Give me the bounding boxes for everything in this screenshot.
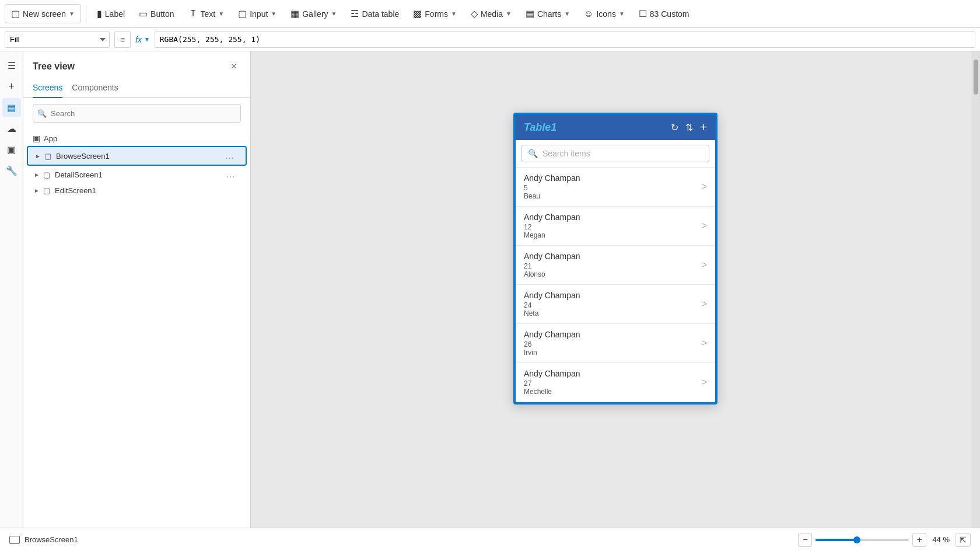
list-item-name: Andy Champan xyxy=(524,369,702,378)
screen-name-browse: BrowseScreen1 xyxy=(56,152,220,161)
formula-input[interactable] xyxy=(155,32,975,48)
list-item-name: Andy Champan xyxy=(524,252,702,261)
app-header-icons: ↻ ⇅ + xyxy=(671,121,707,134)
status-right: − + 44 % ⇱ xyxy=(798,533,971,547)
custom-button[interactable]: ☐ 83 Custom xyxy=(633,5,695,23)
property-selector[interactable]: Fill xyxy=(5,32,110,48)
list-item[interactable]: Andy Champan 26 Irvin > xyxy=(516,324,715,363)
label-icon: ▮ xyxy=(97,8,102,19)
zoom-out-button[interactable]: − xyxy=(798,533,812,547)
tree-content: ▣ App ► ▢ BrowseScreen1 … ► ▢ DetailScre… xyxy=(23,128,250,200)
search-icon: 🔍 xyxy=(37,109,47,118)
eq-button[interactable]: ≡ xyxy=(114,32,131,48)
tree-item-editscreen1[interactable]: ► ▢ EditScreen1 xyxy=(27,183,247,198)
zoom-slider-thumb xyxy=(853,536,860,543)
list-item-number: 12 xyxy=(524,223,702,231)
zoom-slider-fill xyxy=(816,539,856,541)
list-item[interactable]: Andy Champan 27 Mechelle > xyxy=(516,363,715,402)
layers-icon[interactable]: ▤ xyxy=(2,98,21,117)
new-screen-label: New screen xyxy=(23,9,66,19)
icons-button[interactable]: ☺ Icons ▼ xyxy=(578,5,631,23)
list-item-name: Andy Champan xyxy=(524,173,702,183)
button-icon: ▭ xyxy=(139,8,148,19)
forms-button[interactable]: ▩ Forms ▼ xyxy=(407,5,463,23)
zoom-slider[interactable] xyxy=(816,539,909,541)
list-item[interactable]: Andy Champan 12 Megan > xyxy=(516,207,715,246)
add-icon[interactable]: + xyxy=(2,77,21,96)
status-left: BrowseScreen1 xyxy=(9,535,78,544)
tree-header: Tree view × xyxy=(23,51,250,78)
gallery-icon: ▦ xyxy=(290,8,299,19)
zoom-slider-wrap xyxy=(816,539,909,541)
text-chevron-icon: ▼ xyxy=(218,11,224,17)
tab-components[interactable]: Components xyxy=(72,78,118,98)
list-item-content: Andy Champan 12 Megan xyxy=(524,212,702,239)
browse-more-button[interactable]: … xyxy=(222,150,236,162)
list-item[interactable]: Andy Champan 5 Beau > xyxy=(516,168,715,207)
current-screen-label: BrowseScreen1 xyxy=(24,535,78,544)
app-tree-item[interactable]: ▣ App xyxy=(23,131,250,146)
media-label: Media xyxy=(481,9,503,19)
refresh-icon[interactable]: ↻ xyxy=(671,122,678,133)
app-search-inner[interactable]: 🔍 Search items xyxy=(522,145,709,162)
zoom-in-button[interactable]: + xyxy=(912,533,926,547)
list-item-content: Andy Champan 27 Mechelle xyxy=(524,369,702,396)
list-item-chevron-icon: > xyxy=(702,299,707,309)
app-header: Table1 ↻ ⇅ + xyxy=(516,115,715,140)
charts-icon: ▤ xyxy=(526,8,534,19)
canvas-area[interactable]: Table1 ↻ ⇅ + 🔍 Search items Andy Champan… xyxy=(251,51,980,528)
status-bar: BrowseScreen1 − + 44 % ⇱ xyxy=(0,528,980,551)
list-item[interactable]: Andy Champan 24 Neta > xyxy=(516,285,715,324)
data-table-button[interactable]: ☲ Data table xyxy=(345,5,405,23)
zoom-level-label: 44 % xyxy=(932,535,950,544)
list-item-sub: Irvin xyxy=(524,348,702,357)
sort-icon[interactable]: ⇅ xyxy=(685,122,693,133)
list-item-sub: Beau xyxy=(524,192,702,200)
list-item-number: 21 xyxy=(524,262,702,270)
fit-screen-button[interactable]: ⇱ xyxy=(956,533,971,547)
charts-button[interactable]: ▤ Charts ▼ xyxy=(520,5,576,23)
hamburger-icon[interactable]: ☰ xyxy=(2,56,21,75)
text-button[interactable]: Ｔ Text ▼ xyxy=(183,4,230,23)
new-screen-button[interactable]: ▢ New screen ▼ xyxy=(5,4,81,23)
screen-indicator-icon xyxy=(9,536,20,544)
icons-icon: ☺ xyxy=(584,9,593,19)
app-icon: ▣ xyxy=(33,134,40,143)
list-item-sub: Alonso xyxy=(524,270,702,278)
main-area: ☰ + ▤ ☁ ▣ 🔧 Tree view × Screens Componen… xyxy=(0,51,980,528)
toolbar-divider-1 xyxy=(86,6,86,22)
media-button[interactable]: ◇ Media ▼ xyxy=(465,5,517,23)
add-record-icon[interactable]: + xyxy=(700,121,707,134)
tree-close-button[interactable]: × xyxy=(227,60,241,74)
app-search-bar: 🔍 Search items xyxy=(516,140,715,168)
input-button[interactable]: ▢ Input ▼ xyxy=(232,5,282,23)
fx-button[interactable]: fx ▼ xyxy=(135,35,150,44)
label-button[interactable]: ▮ Label xyxy=(91,5,131,23)
list-item-content: Andy Champan 26 Irvin xyxy=(524,330,702,357)
gallery-button[interactable]: ▦ Gallery ▼ xyxy=(285,5,342,23)
fx-chevron-icon: ▼ xyxy=(144,36,150,43)
tree-item-detailscreen1[interactable]: ► ▢ DetailScreen1 … xyxy=(27,166,247,183)
list-item-name: Andy Champan xyxy=(524,212,702,222)
media-icon: ◇ xyxy=(471,8,478,19)
formula-bar: Fill ≡ fx ▼ xyxy=(0,28,980,51)
gallery-chevron-icon: ▼ xyxy=(331,11,337,17)
tools-icon[interactable]: 🔧 xyxy=(2,161,21,180)
canvas-scrollbar[interactable] xyxy=(972,51,980,528)
screen-name-detail: DetailScreen1 xyxy=(55,170,221,179)
list-item-number: 5 xyxy=(524,184,702,192)
tree-title: Tree view xyxy=(33,61,75,72)
button-button[interactable]: ▭ Button xyxy=(133,5,180,23)
list-item-content: Andy Champan 5 Beau xyxy=(524,173,702,200)
screen-icon-3: ▢ xyxy=(43,186,52,195)
components-icon[interactable]: ▣ xyxy=(2,140,21,159)
list-item-number: 24 xyxy=(524,301,702,309)
tree-tabs: Screens Components xyxy=(23,78,250,98)
forms-chevron-icon: ▼ xyxy=(451,11,457,17)
data-icon[interactable]: ☁ xyxy=(2,119,21,138)
tab-screens[interactable]: Screens xyxy=(33,78,62,98)
detail-more-button[interactable]: … xyxy=(223,169,237,180)
tree-search-input[interactable] xyxy=(33,104,241,123)
list-item[interactable]: Andy Champan 21 Alonso > xyxy=(516,246,715,285)
tree-item-browsescreen1[interactable]: ► ▢ BrowseScreen1 … xyxy=(27,146,247,166)
